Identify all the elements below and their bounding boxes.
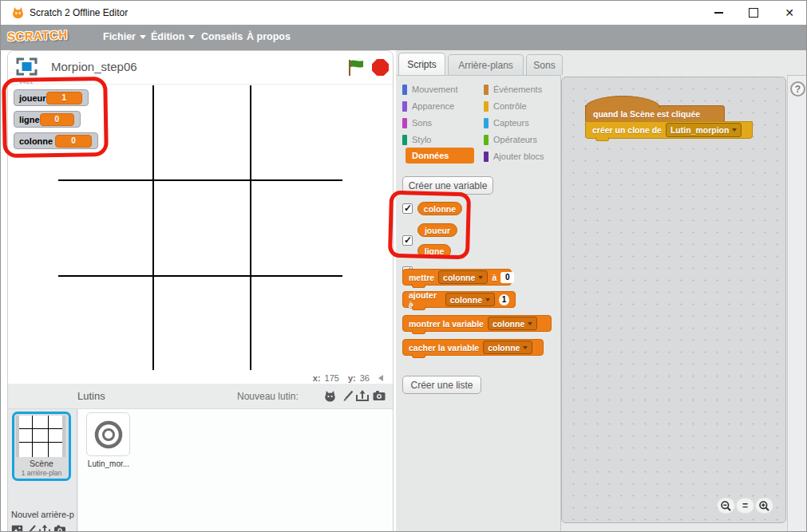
- menu-item-edition[interactable]: Édition: [151, 31, 195, 42]
- dropdown-arrow-icon: [478, 276, 483, 279]
- zoom-out-button[interactable]: [717, 498, 735, 514]
- category-donnees[interactable]: Données: [405, 148, 474, 164]
- stage-selector-column: Scène 1 arrière-plan Nouvel arrière-p: [8, 409, 77, 531]
- scene-card[interactable]: Scène 1 arrière-plan: [12, 412, 71, 481]
- menu-item-conseils[interactable]: Conseils: [201, 31, 243, 42]
- block-input[interactable]: 0: [500, 272, 514, 283]
- maximize-button[interactable]: [740, 1, 767, 24]
- help-button[interactable]: ?: [790, 81, 805, 97]
- category-color-chip: [484, 101, 489, 112]
- red-annotation-stage-monitors: [2, 77, 109, 158]
- new-sprite-library-icon[interactable]: [322, 388, 337, 403]
- grid-line-vertical-2: [250, 85, 251, 370]
- sprite-thumbnail-icon: [89, 416, 128, 454]
- maximize-icon: [749, 8, 758, 18]
- sprite-list: Lutin_mor...: [78, 409, 393, 531]
- tab-sounds[interactable]: Sons: [526, 54, 563, 75]
- category-capteurs[interactable]: Capteurs: [484, 116, 560, 130]
- category-ajouter-blocs[interactable]: Ajouter blocs: [484, 149, 560, 164]
- block-dropdown[interactable]: colonne: [488, 317, 537, 330]
- category-color-chip: [484, 152, 489, 162]
- zoom-in-icon: [758, 500, 770, 512]
- block-mettre-variable[interactable]: mettre colonne à 0: [402, 269, 512, 286]
- script-block-creer-clone[interactable]: créer un clone de Lutin_morpion: [585, 121, 753, 139]
- block-cacher-variable[interactable]: cacher la variable colonne: [402, 339, 544, 356]
- category-stylo[interactable]: Stylo: [402, 132, 481, 147]
- script-hat-block-quand-scene-cliquee[interactable]: quand la Scène est cliquée: [585, 105, 725, 121]
- stop-sign-icon[interactable]: [372, 59, 389, 76]
- minimize-icon: [714, 12, 723, 14]
- zoom-in-button[interactable]: [755, 498, 773, 514]
- scene-name: Scène: [14, 459, 69, 468]
- equals-icon: =: [742, 500, 748, 511]
- block-ajouter-a-variable[interactable]: ajouter à colonne 1: [402, 291, 516, 308]
- close-button[interactable]: ✕: [776, 1, 803, 24]
- coordinate-readout: x: 175 y: 36: [8, 372, 393, 384]
- upload-icon[interactable]: [355, 388, 370, 403]
- block-input[interactable]: 1: [499, 294, 509, 305]
- sprite-card-lutin-morpion[interactable]: [86, 412, 130, 456]
- grid-line-vertical-1: [152, 85, 154, 370]
- category-operateurs[interactable]: Opérateurs: [484, 132, 560, 147]
- backdrop-camera-icon[interactable]: [53, 523, 66, 532]
- chevron-down-icon: [188, 35, 195, 39]
- grid-line-horizontal-1: [58, 179, 342, 181]
- tab-backdrops[interactable]: Arrière-plans: [448, 54, 524, 75]
- backdrop-count: 1 arrière-plan: [14, 469, 69, 477]
- paintbrush-icon[interactable]: [341, 388, 355, 403]
- new-sprite-label: Nouveau lutin:: [237, 391, 299, 402]
- menubar: SCRATCH Fichier Édition Conseils À propo…: [1, 25, 807, 50]
- scratch-logo: SCRATCH: [7, 28, 68, 44]
- stage-thumbnail: [16, 416, 65, 457]
- right-panel: Scripts Arrière-plans Sons Mouvement Évé…: [396, 50, 807, 532]
- close-icon: ✕: [785, 7, 794, 18]
- backdrop-image-icon[interactable]: [10, 523, 23, 532]
- block-palette: Mouvement Événements Apparence Contrôle …: [396, 75, 561, 532]
- new-backdrop-label: Nouvel arrière-p: [11, 510, 77, 519]
- sprites-panel: Lutins Nouveau lutin:: [7, 384, 394, 532]
- dropdown-arrow-icon: [523, 346, 528, 349]
- create-list-button[interactable]: Créer une liste: [402, 376, 481, 394]
- block-dropdown[interactable]: colonne: [438, 270, 488, 284]
- zoom-out-icon: [720, 500, 732, 512]
- camera-icon[interactable]: [372, 388, 386, 403]
- grid-line-horizontal-2: [58, 275, 342, 277]
- scratch-cat-icon: [11, 6, 25, 19]
- green-flag-icon[interactable]: [346, 58, 366, 77]
- category-evenements[interactable]: Événements: [484, 82, 560, 97]
- dropdown-arrow-icon: [485, 298, 490, 301]
- category-color-chip: [402, 101, 407, 112]
- help-strip: ?: [787, 75, 807, 532]
- sprites-title: Lutins: [77, 390, 105, 402]
- menu-item-fichier[interactable]: Fichier: [103, 31, 146, 42]
- category-mouvement[interactable]: Mouvement: [402, 82, 481, 97]
- dropdown-arrow-icon: [732, 128, 737, 132]
- tab-scripts[interactable]: Scripts: [398, 53, 445, 75]
- block-dropdown[interactable]: colonne: [483, 341, 532, 354]
- backdrop-paintbrush-icon[interactable]: [25, 523, 38, 532]
- minimize-button[interactable]: [705, 1, 732, 24]
- category-color-chip: [484, 135, 489, 145]
- chevron-down-icon: [140, 35, 146, 39]
- window-titlebar: Scratch 2 Offline Editor ✕: [1, 1, 807, 25]
- category-sons[interactable]: Sons: [402, 116, 481, 130]
- category-color-chip: [484, 118, 489, 128]
- block-montrer-variable[interactable]: montrer la variable colonne: [402, 315, 552, 332]
- fullscreen-icon[interactable]: [16, 57, 38, 76]
- sprites-header: Lutins Nouveau lutin:: [8, 384, 393, 409]
- scratch-window: Scratch 2 Offline Editor ✕ SCRATCH Fichi…: [0, 0, 807, 532]
- dropdown-arrow-icon: [528, 322, 532, 325]
- category-color-chip: [484, 85, 489, 95]
- menu-item-a-propos[interactable]: À propos: [247, 31, 291, 42]
- backdrop-upload-icon[interactable]: [38, 523, 51, 532]
- block-dropdown[interactable]: colonne: [445, 293, 495, 306]
- category-apparence[interactable]: Apparence: [402, 99, 481, 113]
- zoom-reset-button[interactable]: =: [736, 498, 754, 514]
- category-color-chip: [402, 135, 407, 145]
- window-title: Scratch 2 Offline Editor: [30, 7, 128, 18]
- category-color-chip: [402, 85, 407, 95]
- project-title: Morpion_step06: [51, 60, 137, 73]
- category-controle[interactable]: Contrôle: [484, 99, 560, 113]
- scripts-workspace[interactable]: quand la Scène est cliquée créer un clon…: [561, 77, 786, 523]
- block-dropdown[interactable]: Lutin_morpion: [666, 123, 742, 137]
